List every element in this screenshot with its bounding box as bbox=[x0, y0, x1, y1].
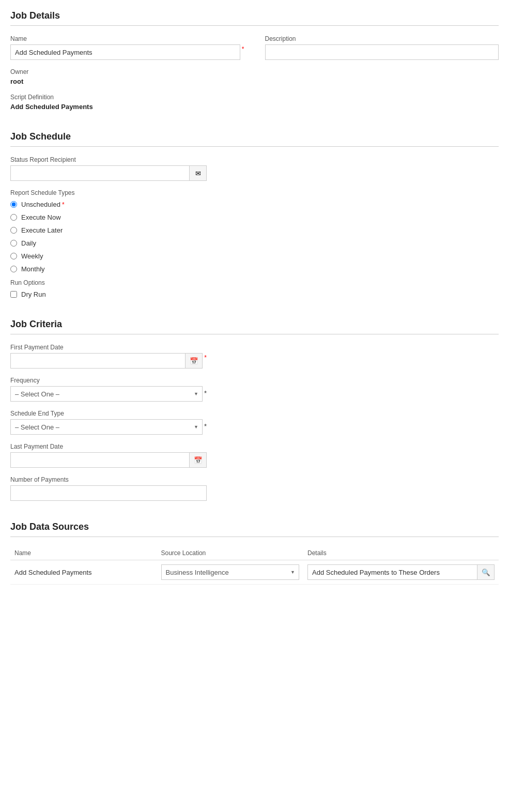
first-payment-date-required: * bbox=[204, 354, 207, 361]
name-required-star: * bbox=[242, 45, 244, 53]
data-source-location-cell: Business Intelligence bbox=[157, 560, 304, 585]
radio-execute-later[interactable]: Execute Later bbox=[10, 226, 499, 234]
run-options-row: Run Options Dry Run bbox=[10, 279, 499, 298]
dry-run-checkbox[interactable] bbox=[10, 291, 17, 298]
owner-label: Owner bbox=[10, 68, 499, 75]
calendar-icon-2: 📅 bbox=[194, 456, 203, 464]
description-field-col: Description bbox=[265, 35, 499, 60]
email-icon-button[interactable]: ✉ bbox=[189, 165, 207, 181]
last-payment-date-label: Last Payment Date bbox=[10, 443, 499, 450]
job-schedule-section: Job Schedule Status Report Recipient ✉ R… bbox=[10, 131, 499, 298]
script-definition-value: Add Scheduled Payments bbox=[10, 103, 499, 111]
radio-monthly[interactable]: Monthly bbox=[10, 265, 499, 273]
job-data-sources-section: Job Data Sources Name Source Location De… bbox=[10, 522, 499, 585]
radio-unscheduled[interactable]: Unscheduled * bbox=[10, 201, 499, 208]
first-payment-date-label: First Payment Date bbox=[10, 344, 499, 351]
details-input[interactable] bbox=[307, 564, 477, 580]
radio-execute-now[interactable]: Execute Now bbox=[10, 213, 499, 221]
radio-weekly[interactable]: Weekly bbox=[10, 252, 499, 260]
data-source-details-cell: 🔍 bbox=[303, 560, 499, 585]
data-sources-header-row: Name Source Location Details bbox=[10, 546, 499, 560]
schedule-end-type-label: Schedule End Type bbox=[10, 410, 499, 417]
first-payment-date-row: First Payment Date 📅 * bbox=[10, 344, 499, 369]
last-payment-date-row: Last Payment Date 📅 bbox=[10, 443, 499, 468]
radio-daily-input[interactable] bbox=[10, 240, 17, 247]
radio-monthly-input[interactable] bbox=[10, 266, 17, 272]
radio-daily-label: Daily bbox=[21, 239, 36, 247]
job-criteria-title: Job Criteria bbox=[10, 319, 499, 334]
dry-run-label: Dry Run bbox=[21, 290, 46, 298]
name-input-wrapper: * bbox=[10, 44, 244, 60]
data-sources-table-header: Name Source Location Details bbox=[10, 546, 499, 560]
details-search-wrapper: 🔍 bbox=[307, 564, 495, 580]
data-source-name-cell: Add Scheduled Payments bbox=[10, 560, 157, 585]
frequency-wrapper: – Select One – * bbox=[10, 386, 207, 402]
status-report-recipient-input[interactable] bbox=[10, 165, 189, 181]
description-input[interactable] bbox=[265, 44, 499, 60]
name-field-col: Name * bbox=[10, 35, 244, 60]
schedule-end-type-required: * bbox=[204, 422, 207, 430]
job-data-sources-title: Job Data Sources bbox=[10, 522, 499, 537]
calendar-icon: 📅 bbox=[190, 357, 198, 365]
frequency-select[interactable]: – Select One – bbox=[10, 386, 203, 402]
last-payment-date-input-wrapper: 📅 bbox=[10, 452, 207, 468]
dry-run-checkbox-label[interactable]: Dry Run bbox=[10, 290, 499, 298]
job-details-title: Job Details bbox=[10, 10, 499, 26]
radio-unscheduled-label: Unscheduled bbox=[21, 201, 60, 208]
col-header-source-location: Source Location bbox=[157, 546, 304, 560]
radio-daily[interactable]: Daily bbox=[10, 239, 499, 247]
radio-execute-now-label: Execute Now bbox=[21, 213, 61, 221]
report-schedule-types-label: Report Schedule Types bbox=[10, 189, 499, 196]
schedule-end-type-row: Schedule End Type – Select One – * bbox=[10, 410, 499, 435]
details-search-button[interactable]: 🔍 bbox=[477, 564, 495, 580]
owner-value: root bbox=[10, 78, 499, 85]
table-row: Add Scheduled Payments Business Intellig… bbox=[10, 560, 499, 585]
frequency-select-wrapper: – Select One – bbox=[10, 386, 203, 402]
last-payment-date-calendar-button[interactable]: 📅 bbox=[189, 452, 207, 468]
number-of-payments-row: Number of Payments bbox=[10, 476, 499, 501]
status-report-recipient-row: Status Report Recipient ✉ bbox=[10, 156, 499, 181]
script-definition-label: Script Definition bbox=[10, 94, 499, 101]
last-payment-date-input[interactable] bbox=[10, 452, 189, 468]
status-report-input-wrapper: ✉ bbox=[10, 165, 207, 181]
frequency-row: Frequency – Select One – * bbox=[10, 377, 499, 402]
radio-weekly-input[interactable] bbox=[10, 253, 17, 259]
number-of-payments-label: Number of Payments bbox=[10, 476, 499, 483]
job-details-section: Job Details Name * Description Owner roo… bbox=[10, 10, 499, 111]
search-icon: 🔍 bbox=[482, 569, 490, 576]
schedule-end-type-wrapper: – Select One – * bbox=[10, 419, 207, 435]
first-payment-date-input-wrapper: 📅 * bbox=[10, 353, 207, 369]
radio-execute-now-input[interactable] bbox=[10, 214, 17, 221]
col-header-details: Details bbox=[303, 546, 499, 560]
radio-execute-later-label: Execute Later bbox=[21, 226, 63, 234]
radio-unscheduled-input[interactable] bbox=[10, 201, 17, 208]
unscheduled-required-star: * bbox=[62, 201, 65, 208]
run-options-label: Run Options bbox=[10, 279, 499, 286]
schedule-radio-group: Unscheduled * Execute Now Execute Later … bbox=[10, 201, 499, 273]
first-payment-date-input[interactable] bbox=[10, 353, 185, 369]
number-of-payments-input[interactable] bbox=[10, 485, 207, 501]
first-payment-date-wrapper: 📅 * bbox=[10, 353, 207, 369]
first-payment-date-inner: 📅 bbox=[10, 353, 203, 369]
source-location-select[interactable]: Business Intelligence bbox=[161, 564, 300, 580]
schedule-end-type-select[interactable]: – Select One – bbox=[10, 419, 203, 435]
report-schedule-types-row: Report Schedule Types Unscheduled * Exec… bbox=[10, 189, 499, 273]
source-location-select-wrapper: Business Intelligence bbox=[161, 564, 300, 580]
schedule-end-type-select-wrapper: – Select One – bbox=[10, 419, 203, 435]
name-label: Name bbox=[10, 35, 244, 42]
name-input-inner bbox=[10, 44, 240, 60]
name-input[interactable] bbox=[10, 44, 240, 60]
col-header-name: Name bbox=[10, 546, 157, 560]
script-definition-row: Script Definition Add Scheduled Payments bbox=[10, 94, 499, 111]
frequency-required: * bbox=[204, 389, 207, 397]
first-payment-date-input-icon-wrapper: 📅 bbox=[10, 353, 203, 369]
first-payment-date-calendar-button[interactable]: 📅 bbox=[185, 353, 203, 369]
job-schedule-title: Job Schedule bbox=[10, 131, 499, 147]
description-label: Description bbox=[265, 35, 499, 42]
data-sources-table: Name Source Location Details Add Schedul… bbox=[10, 546, 499, 585]
radio-execute-later-input[interactable] bbox=[10, 227, 17, 234]
radio-weekly-label: Weekly bbox=[21, 252, 43, 260]
owner-row: Owner root bbox=[10, 68, 499, 85]
data-source-name: Add Scheduled Payments bbox=[14, 569, 92, 576]
email-icon: ✉ bbox=[195, 170, 201, 177]
